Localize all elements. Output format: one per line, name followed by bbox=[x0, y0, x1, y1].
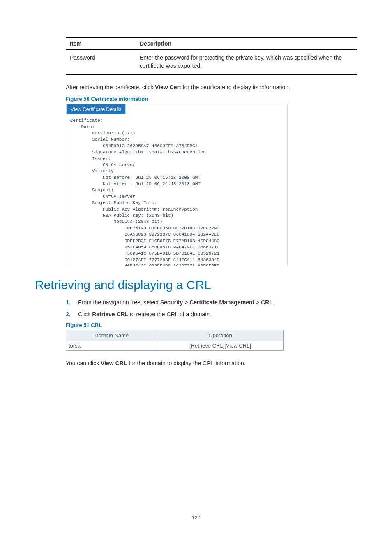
sep1: > bbox=[183, 299, 189, 306]
page-number: 120 bbox=[0, 514, 392, 521]
final-text: You can click View CRL for the domain to… bbox=[66, 359, 357, 368]
retrieve-crl-label: Retrieve CRL bbox=[92, 311, 128, 317]
step-2: Click Retrieve CRL to retrieve the CRL o… bbox=[66, 310, 357, 319]
step2-suffix: to retrieve the CRL of a domain. bbox=[128, 311, 211, 317]
table-row: Password Enter the password for protecti… bbox=[66, 50, 357, 75]
tab-row: View Certificate Details bbox=[66, 104, 287, 114]
step1-end: . bbox=[273, 299, 274, 306]
nav-crl: CRL bbox=[261, 299, 273, 306]
view-certificate-tab[interactable]: View Certificate Details bbox=[66, 104, 126, 114]
item-cell: Password bbox=[66, 50, 136, 75]
crl-operation-cell[interactable]: [Retrieve CRL][View CRL] bbox=[157, 341, 284, 351]
figure-50-caption: Figure 50 Certificate information bbox=[66, 96, 357, 102]
nav-cert-mgmt: Certificate Management bbox=[189, 299, 254, 306]
view-cert-label: View Cert bbox=[155, 84, 181, 90]
nav-security: Security bbox=[160, 299, 183, 306]
after-retrieve-text: After retrieving the certificate, click … bbox=[66, 83, 357, 92]
col-item-header: Item bbox=[66, 37, 136, 50]
step1-prefix: From the navigation tree, select bbox=[78, 299, 160, 306]
view-crl-label: View CRL bbox=[101, 360, 127, 366]
parameter-table: Item Description Password Enter the pass… bbox=[66, 37, 357, 75]
crl-domain-cell: torsa bbox=[66, 341, 157, 351]
section-heading: Retrieving and displaying a CRL bbox=[35, 278, 357, 292]
step2-prefix: Click bbox=[78, 311, 92, 317]
step-1: From the navigation tree, select Securit… bbox=[66, 298, 357, 307]
crl-domain-header: Domain Name bbox=[66, 330, 157, 341]
description-cell: Enter the password for protecting the pr… bbox=[136, 50, 357, 75]
col-description-header: Description bbox=[136, 37, 357, 50]
sep2: > bbox=[254, 299, 261, 306]
crl-row: torsa [Retrieve CRL][View CRL] bbox=[66, 341, 284, 351]
procedure-steps: From the navigation tree, select Securit… bbox=[66, 298, 357, 319]
crl-table: Domain Name Operation torsa [Retrieve CR… bbox=[66, 330, 284, 351]
text-prefix: After retrieving the certificate, click bbox=[66, 84, 155, 90]
certificate-details-panel: View Certificate Details Certificate: Da… bbox=[66, 104, 288, 266]
figure-51-caption: Figure 51 CRL bbox=[66, 322, 357, 328]
final-suffix: for the domain to display the CRL inform… bbox=[127, 360, 245, 366]
final-prefix: You can click bbox=[66, 360, 101, 366]
certificate-text: Certificate: Data: Version: 3 (0x2) Seri… bbox=[66, 114, 287, 266]
text-suffix: for the certificate to display its infor… bbox=[181, 84, 290, 90]
crl-operation-header: Operation bbox=[157, 330, 284, 341]
